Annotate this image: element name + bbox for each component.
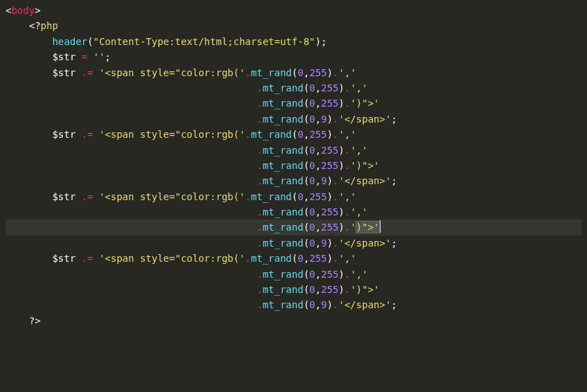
token xyxy=(93,253,98,264)
token: ' xyxy=(350,222,356,233)
token: 255 xyxy=(321,145,338,156)
code-line-15[interactable]: .mt_rand(0,9).'</span>'; xyxy=(6,235,581,251)
token: ; xyxy=(105,51,110,62)
code-line-4[interactable]: $str .= '<span style="color:rgb('.mt_ran… xyxy=(6,65,581,80)
token xyxy=(76,253,81,264)
token: ) xyxy=(339,222,344,233)
token: .= xyxy=(82,129,94,140)
token: . xyxy=(256,160,262,171)
token: .= xyxy=(82,191,94,202)
code-line-3[interactable]: $str = ''; xyxy=(6,49,581,64)
token: , xyxy=(315,269,321,280)
code-line-20[interactable]: ?> xyxy=(6,313,581,328)
token: 255 xyxy=(309,253,326,264)
token: mt_rand xyxy=(251,67,292,78)
token: ) xyxy=(339,160,344,171)
token: '</span>' xyxy=(339,175,392,186)
token: ) xyxy=(327,253,333,264)
code-line-18[interactable]: .mt_rand(0,255).')">' xyxy=(6,282,581,297)
token: mt_rand xyxy=(263,299,304,310)
token: ) xyxy=(327,299,333,310)
token: . xyxy=(333,175,338,186)
token: '' xyxy=(93,51,105,62)
token: ; xyxy=(391,238,396,249)
token: 0 xyxy=(298,253,304,264)
code-line-16[interactable]: $str .= '<span style="color:rgb('.mt_ran… xyxy=(6,251,581,266)
token: . xyxy=(256,299,262,310)
token: <? xyxy=(29,20,41,31)
token: $str xyxy=(52,129,76,140)
code-line-13[interactable]: .mt_rand(0,255).',' xyxy=(6,204,581,220)
token: ')">' xyxy=(350,160,379,171)
token: $str xyxy=(52,253,76,264)
token: ( xyxy=(292,129,297,140)
token: . xyxy=(256,145,262,156)
token: ) xyxy=(339,82,344,93)
code-line-6[interactable]: .mt_rand(0,255).')">' xyxy=(6,96,581,111)
token: mt_rand xyxy=(251,129,292,140)
token: ) xyxy=(339,145,344,156)
token: . xyxy=(256,206,262,217)
code-line-1[interactable]: <?php xyxy=(6,18,581,33)
token: ) xyxy=(327,67,333,78)
code-line-0[interactable]: <body> xyxy=(6,3,581,18)
code-editor[interactable]: <body> <?php header("Content-Type:text/h… xyxy=(0,0,587,331)
token: 9 xyxy=(321,238,326,249)
code-line-19[interactable]: .mt_rand(0,9).'</span>'; xyxy=(6,297,581,312)
token: . xyxy=(256,284,262,295)
token: 0 xyxy=(298,67,304,78)
token: 255 xyxy=(321,284,338,295)
token: . xyxy=(256,82,262,93)
token: . xyxy=(256,222,262,233)
token: ( xyxy=(292,67,297,78)
token: 0 xyxy=(309,269,315,280)
token: ) xyxy=(339,206,344,217)
token: 9 xyxy=(321,114,326,125)
token: php xyxy=(41,20,58,31)
token: . xyxy=(333,129,338,140)
token: )">' xyxy=(356,222,380,233)
token: mt_rand xyxy=(263,82,304,93)
token: ',' xyxy=(339,67,356,78)
token: 0 xyxy=(309,238,315,249)
token: '<span style="color:rgb(' xyxy=(99,67,245,78)
token: 255 xyxy=(321,269,338,280)
token: ',' xyxy=(339,191,356,202)
code-line-9[interactable]: .mt_rand(0,255).',' xyxy=(6,143,581,158)
token: 9 xyxy=(321,175,326,186)
token: $str xyxy=(52,191,76,202)
token: > xyxy=(35,5,40,16)
token: ) xyxy=(327,114,333,125)
code-line-5[interactable]: .mt_rand(0,255).',' xyxy=(6,80,581,96)
token: = xyxy=(82,51,87,62)
token: . xyxy=(333,191,338,202)
token xyxy=(76,129,81,140)
code-line-10[interactable]: .mt_rand(0,255).')">' xyxy=(6,158,581,173)
code-line-17[interactable]: .mt_rand(0,255).',' xyxy=(6,267,581,282)
token: mt_rand xyxy=(263,98,304,109)
token: '</span>' xyxy=(339,114,392,125)
token: .= xyxy=(82,67,94,78)
token: 0 xyxy=(309,114,315,125)
code-line-11[interactable]: .mt_rand(0,9).'</span>'; xyxy=(6,173,581,188)
code-line-2[interactable]: header("Content-Type:text/html;charset=u… xyxy=(6,34,581,49)
token: 0 xyxy=(309,299,315,310)
token: , xyxy=(315,175,321,186)
token: mt_rand xyxy=(263,145,304,156)
token: header xyxy=(52,36,87,47)
token: mt_rand xyxy=(251,191,292,202)
token: 255 xyxy=(309,67,326,78)
token: , xyxy=(315,82,321,93)
token: 0 xyxy=(309,222,315,233)
code-line-12[interactable]: $str .= '<span style="color:rgb('.mt_ran… xyxy=(6,189,581,204)
code-line-8[interactable]: $str .= '<span style="color:rgb('.mt_ran… xyxy=(6,127,581,142)
token: , xyxy=(315,238,321,249)
token: . xyxy=(333,253,338,264)
token: ( xyxy=(292,253,297,264)
code-line-7[interactable]: .mt_rand(0,9).'</span>'; xyxy=(6,112,581,127)
token: 0 xyxy=(309,145,315,156)
token: '<span style="color:rgb(' xyxy=(99,129,245,140)
code-line-14[interactable]: .mt_rand(0,255).')">' xyxy=(6,220,581,235)
token: '<span style="color:rgb(' xyxy=(99,191,245,202)
token: 0 xyxy=(298,129,304,140)
